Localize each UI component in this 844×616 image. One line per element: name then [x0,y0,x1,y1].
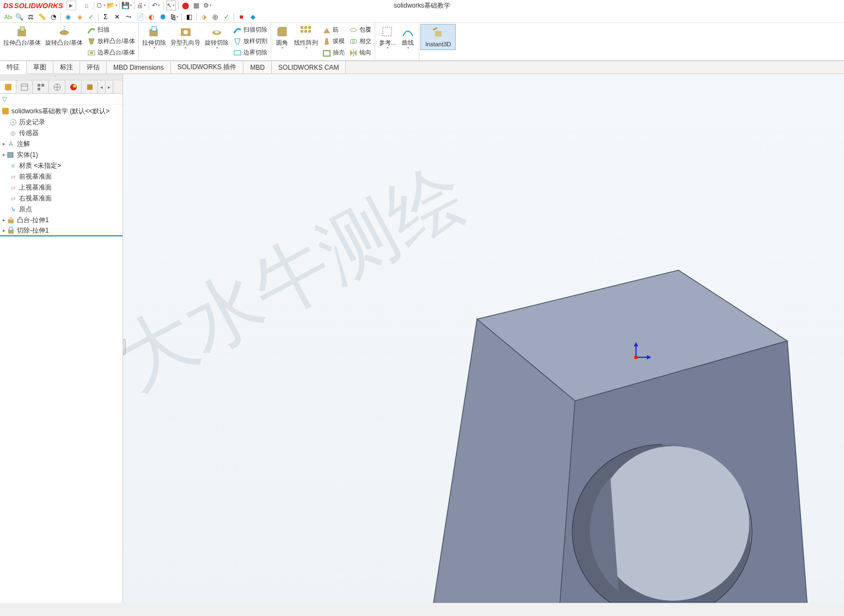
panel-collapse-handle[interactable] [123,339,126,355]
new-icon[interactable]: 🗋▾ [96,1,106,10]
sigma-icon[interactable]: Σ [100,12,111,22]
svg-rect-16 [301,30,303,33]
fillet-button[interactable]: 圆角▾ [272,24,292,58]
eqn-icon[interactable]: 📄 [134,12,145,22]
svg-rect-32 [41,84,44,87]
menu-dropdown-button[interactable]: ▶ [66,1,76,10]
compare-icon[interactable]: ◧ [184,12,194,22]
select-icon[interactable]: ↖▾ [166,1,176,10]
mirror-button[interactable]: 镜向 [347,47,374,58]
tab-annotate[interactable]: 标注 [53,61,80,74]
tree-sensors[interactable]: ◎传感器 [0,127,123,138]
feature-tree: solidworks基础教学 (默认<<默认> 🕓历史记录 ◎传感器 ▸A注解 … [0,105,123,603]
curves-button[interactable]: 曲线▾ [398,24,418,51]
options-icon[interactable]: ⚙▾ [203,1,212,10]
tree-cut-extrude1[interactable]: ▸切除-拉伸1 [0,225,123,236]
svg-point-11 [215,31,219,33]
parting-icon[interactable]: ✓ [221,12,232,22]
tab-mbd[interactable]: MBD [243,61,272,74]
tab-feature[interactable]: 特征 [0,61,27,74]
check-icon[interactable]: ✓ [85,12,96,22]
draft-analysis-icon[interactable]: ⬗ [198,12,209,22]
curvature-icon[interactable]: ⬢ [157,12,168,22]
svg-rect-5 [90,52,93,54]
tree-boss-extrude1[interactable]: ▸凸台-拉伸1 [0,215,123,225]
save-icon[interactable]: 💾▾ [122,1,132,10]
cam-manager-tab[interactable] [82,81,98,93]
instant3d-button[interactable]: Instant3D [420,24,456,50]
revolve-cut-button[interactable]: 旋转切除▾ [203,24,231,58]
tab-evaluate[interactable]: 评估 [80,61,107,74]
home-icon[interactable]: ⌂ [82,1,91,10]
tree-origin[interactable]: ↳原点 [0,204,123,215]
magnifier-icon[interactable]: 🔍 [14,12,25,22]
tab-solidworks-cam[interactable]: SOLIDWORKS CAM [272,61,346,74]
revolve-boss-button[interactable]: 旋转凸台/基体 [43,24,85,58]
tab-sketch[interactable]: 草图 [27,61,53,74]
graphics-viewport[interactable]: 大水牛测绘 [123,74,844,603]
boundary-button[interactable]: 边界凸台/基体 [85,47,137,58]
panel-right-icon[interactable]: ▸ [106,81,113,93]
spell-check-icon[interactable]: Abc [2,12,13,22]
panel-left-icon[interactable]: ◂ [98,81,106,93]
tree-root-part[interactable]: solidworks基础教学 (默认<<默认> [0,106,123,117]
configuration-manager-tab[interactable] [33,81,49,93]
protractor-icon[interactable]: ◔ [48,12,59,22]
rib-button[interactable]: 筋 [320,24,347,35]
tree-annotations[interactable]: ▸A注解 [0,138,123,149]
undo-icon[interactable]: ↶▾ [151,1,161,10]
loft-cut-button[interactable]: 放样切割 [231,35,270,47]
analyze2-icon[interactable]: ◈ [74,12,85,22]
svg-point-51 [597,446,749,601]
tree-material[interactable]: ≡材质 <未指定> [0,160,123,171]
dimxpert-manager-tab[interactable] [49,81,65,93]
draft-button[interactable]: 拔模 [320,35,347,47]
analyze1-icon[interactable]: ◉ [63,12,74,22]
svg-marker-53 [634,342,638,346]
reference-geometry-button[interactable]: 参考...▾ [376,24,398,51]
loft-button[interactable]: 放样凸台/基体 [85,35,137,47]
deviation-icon[interactable]: ⤳ [123,12,134,22]
simulation-icon[interactable]: ■ [236,12,247,22]
shell-button[interactable]: 抽壳 [320,47,347,58]
zebra-icon[interactable]: ◐ [146,12,157,22]
watermark-text: 大水牛测绘 [123,143,485,413]
tree-history[interactable]: 🕓历史记录 [0,117,123,127]
tab-solidworks-addins[interactable]: SOLIDWORKS 插件 [171,61,244,74]
print-icon[interactable]: 🖨▾ [137,1,146,10]
tree-solid-bodies[interactable]: ▸实体(1) [0,149,123,160]
intersect-button[interactable]: 相交 [347,35,374,47]
tab-mbd-dimensions[interactable]: MBD Dimensions [107,61,171,74]
svg-rect-14 [304,26,307,29]
linear-pattern-button[interactable]: 线性阵列▾ [292,24,320,58]
hole-wizard-button[interactable]: 异型孔向导▾ [168,24,203,58]
filter-icon[interactable]: ▽ [2,95,7,103]
property-manager-tab[interactable] [16,81,33,93]
wrap-button[interactable]: 包覆 [347,24,374,35]
chi-icon[interactable]: ✕ [112,12,123,22]
sweep-cut-button[interactable]: 扫描切除 [231,24,270,35]
open-icon[interactable]: 📂▾ [107,1,117,10]
display-manager-tab[interactable] [65,81,82,93]
undercut-icon[interactable]: ◎ [210,12,221,22]
file-properties-icon[interactable]: ▦ [192,1,201,10]
tree-right-plane[interactable]: ▱右视基准面 [0,193,123,204]
svg-rect-17 [304,30,307,33]
extrude-cut-button[interactable]: 拉伸切除▾ [140,24,168,58]
flow-icon[interactable]: ◆ [247,12,258,22]
svg-rect-56 [634,356,638,359]
sym-icon[interactable]: ⧎▾ [169,12,180,22]
tree-top-plane[interactable]: ▱上视基准面 [0,182,123,193]
svg-marker-48 [425,319,477,603]
ruler-icon[interactable]: 📏 [36,12,47,22]
feature-manager-tab[interactable] [0,81,16,93]
tree-front-plane[interactable]: ▱前视基准面 [0,171,123,182]
rebuild-icon[interactable]: ⬤ [181,1,191,10]
boundary-cut-button[interactable]: 边界切除 [231,47,270,58]
svg-point-9 [184,30,188,34]
balance-icon[interactable]: ⚖ [25,12,36,22]
svg-rect-45 [9,227,13,230]
extrude-boss-button[interactable]: 拉伸凸台/基体 [1,24,43,58]
quick-access-toolbar: ⌂ 🗋▾ 📂▾ 💾▾ 🖨▾ ↶▾ ↖▾ ⬤ ▦ ⚙▾ [82,1,212,10]
sweep-button[interactable]: 扫描 [85,24,137,35]
